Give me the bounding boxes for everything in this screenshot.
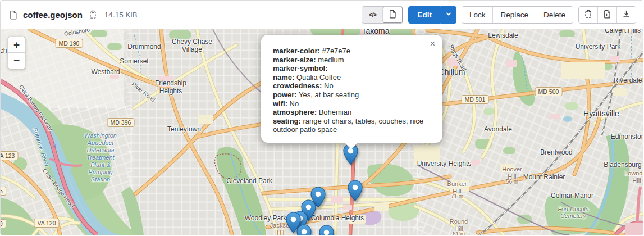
raw-file-icon <box>603 10 611 20</box>
code-icon: </> <box>369 11 376 18</box>
lock-button[interactable]: Lock <box>462 7 493 23</box>
popup-close-button[interactable]: × <box>430 40 435 48</box>
map-marker[interactable] <box>348 180 363 201</box>
file-icon-actions-group <box>578 6 636 24</box>
download-button[interactable] <box>616 7 636 23</box>
popup-property-value: Yes, at bar seating <box>297 90 359 99</box>
file-actions-group: Lock Replace Delete <box>462 6 573 24</box>
map-canvas[interactable]: + − TakomaGoldsboroDrummondChevy Chase V… <box>1 29 643 235</box>
popup-property-key: atmosphere: <box>273 108 317 116</box>
clipboard-icon <box>584 10 592 20</box>
popup-property: seating: range of chairs, tables, couche… <box>273 117 431 134</box>
zoom-out-button[interactable]: − <box>8 53 25 69</box>
file-header: coffee.geojson 14.15 KiB </> <box>1 1 643 29</box>
edit-dropdown-button[interactable] <box>441 6 456 24</box>
map-marker[interactable] <box>319 225 334 235</box>
popup-property-value: Bohemian <box>317 108 351 116</box>
popup-property-key: seating: <box>273 117 301 125</box>
replace-button[interactable]: Replace <box>492 7 536 23</box>
popup-property: wifi: No <box>273 99 431 108</box>
popup-content: marker-color: #7e7e7emarker-size: medium… <box>273 47 431 134</box>
rendered-view-button[interactable] <box>382 7 403 23</box>
popup-property-key: name: <box>273 73 294 81</box>
popup-property-key: marker-color: <box>273 47 320 55</box>
edit-button[interactable]: Edit <box>408 6 441 24</box>
popup-property-key: wifi: <box>273 99 287 108</box>
popup-property: name: Qualia Coffee <box>273 73 431 82</box>
popup-property-key: crowdedness: <box>273 81 322 90</box>
copy-contents-button[interactable] <box>579 7 597 23</box>
source-view-button[interactable]: </> <box>362 7 382 23</box>
popup-property-key: marker-size: <box>273 56 316 64</box>
copy-path-button[interactable] <box>88 9 98 20</box>
map-popup: × marker-color: #7e7e7emarker-size: medi… <box>261 35 442 143</box>
popup-property-value: #7e7e7e <box>320 47 350 55</box>
popup-property-value: medium <box>316 56 344 64</box>
document-icon <box>389 10 397 20</box>
popup-property-value: No <box>322 81 333 90</box>
file-name: coffee.geojson <box>23 10 83 20</box>
popup-property: marker-color: #7e7e7e <box>273 47 431 56</box>
view-toggle: </> <box>362 6 403 24</box>
popup-property: power: Yes, at bar seating <box>273 90 431 99</box>
open-raw-button[interactable] <box>597 7 616 23</box>
map-zoom-control: + − <box>8 37 25 69</box>
popup-property-value: Qualia Coffee <box>294 73 341 81</box>
popup-property-key: power: <box>273 90 297 99</box>
popup-property-value: No <box>287 99 299 108</box>
zoom-in-button[interactable]: + <box>8 37 25 53</box>
clipboard-icon <box>89 10 97 19</box>
file-viewer: coffee.geojson 14.15 KiB </> <box>0 0 643 235</box>
file-size: 14.15 KiB <box>104 11 138 19</box>
edit-split-button: Edit <box>408 6 456 24</box>
popup-property: atmosphere: Bohemian <box>273 108 431 117</box>
file-icon <box>9 10 18 20</box>
popup-property: crowdedness: No <box>273 81 431 90</box>
popup-property: marker-symbol: <box>273 64 431 73</box>
chevron-down-icon <box>445 11 452 19</box>
popup-property-key: marker-symbol: <box>273 64 328 72</box>
map-marker[interactable] <box>296 224 312 235</box>
popup-property: marker-size: medium <box>273 56 431 65</box>
delete-button[interactable]: Delete <box>536 7 573 23</box>
download-icon <box>622 10 631 20</box>
